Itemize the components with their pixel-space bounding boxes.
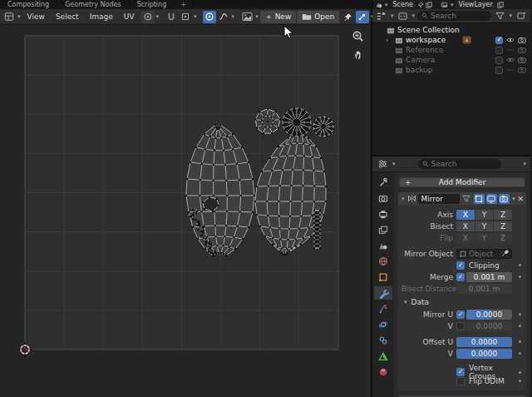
data-section-header[interactable]: ▾ Data xyxy=(403,298,525,306)
display-mode-button[interactable] xyxy=(375,10,388,22)
mirror-u-checkbox[interactable]: ✓ xyxy=(456,310,465,319)
pin-icon[interactable] xyxy=(417,2,424,8)
tab-render[interactable] xyxy=(374,191,392,205)
selectability-checkbox[interactable] xyxy=(495,47,503,54)
menu-view[interactable]: View xyxy=(22,12,50,21)
tab-scene[interactable] xyxy=(374,239,392,252)
offset-u-slider[interactable]: 0.0000 xyxy=(456,337,512,347)
tab-output[interactable] xyxy=(374,207,392,221)
clipping-checkbox[interactable]: ✓ xyxy=(456,261,465,270)
bisect-z-button[interactable]: Z xyxy=(494,221,512,231)
flip-y-button[interactable]: Y xyxy=(475,233,494,243)
open-image-button[interactable]: Open xyxy=(297,11,339,23)
outliner-row-camera[interactable]: Camera xyxy=(372,55,530,65)
axis-y-button[interactable]: Y xyxy=(475,210,494,220)
menu-uv[interactable]: UV xyxy=(119,12,140,21)
merge-value-field[interactable]: 0.001 m xyxy=(466,272,512,282)
collapse-chevron-icon[interactable]: ▾ xyxy=(401,196,406,202)
mirror-object-field[interactable]: Object xyxy=(456,249,512,259)
outliner-row-scene-collection[interactable]: Scene Collection xyxy=(372,25,530,35)
tab-object-data[interactable] xyxy=(374,350,392,363)
add-workspace-button[interactable]: + xyxy=(175,0,193,9)
axis-z-button[interactable]: Z xyxy=(494,210,512,220)
uv-viewport[interactable] xyxy=(0,25,371,397)
selectability-checkbox[interactable]: ✓ xyxy=(495,37,503,44)
chevron-down-icon[interactable]: ▾ xyxy=(155,13,160,20)
menu-image[interactable]: Image xyxy=(85,12,118,21)
gizmos-toggle-button[interactable] xyxy=(356,11,369,23)
outliner-row-reference[interactable]: Reference xyxy=(372,45,530,55)
tab-tool[interactable] xyxy=(374,176,392,189)
menu-select[interactable]: Select xyxy=(51,12,84,21)
modifier-name-field[interactable]: Mirror xyxy=(418,194,460,204)
outliner-row-workspace[interactable]: › workspace ✓ xyxy=(372,35,530,45)
snap-target-button[interactable] xyxy=(179,11,192,23)
editor-type-button[interactable] xyxy=(2,11,16,23)
filter-funnel-button[interactable] xyxy=(493,10,506,22)
image-icon[interactable] xyxy=(240,11,254,23)
pivot-point-button[interactable] xyxy=(141,11,155,23)
tab-modifiers[interactable] xyxy=(374,286,392,300)
tab-compositing[interactable]: Compositing xyxy=(0,0,57,9)
chevron-down-icon[interactable]: ▾ xyxy=(411,12,416,19)
scene-selector[interactable]: Scene xyxy=(391,1,416,8)
offset-v-slider[interactable]: 0.0000 xyxy=(456,349,512,359)
chevron-down-icon[interactable]: ▾ xyxy=(450,2,455,8)
expand-icon[interactable]: › xyxy=(386,37,392,44)
mirror-modifier-header[interactable]: ▾ Mirror xyxy=(398,192,526,205)
outliner-search[interactable]: Search xyxy=(417,11,491,21)
chevron-down-icon[interactable]: ▾ xyxy=(392,161,397,167)
tab-scripting[interactable]: Scripting xyxy=(130,0,175,9)
eye-icon[interactable] xyxy=(506,37,515,43)
show-on-cage-icon[interactable] xyxy=(474,194,485,204)
new-image-button[interactable]: ＋New xyxy=(260,11,297,23)
chevron-down-icon[interactable]: ▾ xyxy=(17,13,22,20)
new-collection-button[interactable] xyxy=(515,10,528,22)
chevron-down-icon[interactable]: ▾ xyxy=(231,13,236,20)
pin-image-button[interactable] xyxy=(341,11,354,23)
show-in-editmode-off-icon[interactable] xyxy=(461,194,472,204)
render-camera-icon[interactable] xyxy=(518,37,526,43)
merge-checkbox[interactable]: ✓ xyxy=(456,273,465,281)
eye-icon[interactable] xyxy=(506,47,515,53)
chevron-down-icon[interactable]: ▾ xyxy=(254,13,259,20)
copy-icon[interactable] xyxy=(497,2,504,8)
collection-filter-button[interactable] xyxy=(397,10,410,22)
selectability-checkbox[interactable] xyxy=(495,57,503,64)
falloff-curve-button[interactable] xyxy=(217,11,230,23)
vertex-groups-checkbox[interactable]: ✓ xyxy=(456,368,465,376)
tab-geometry-nodes[interactable]: Geometry Nodes xyxy=(57,0,129,9)
zoom-icon[interactable] xyxy=(352,30,364,42)
render-camera-icon[interactable] xyxy=(518,67,526,73)
chevron-down-icon[interactable]: ▾ xyxy=(384,2,389,8)
show-render-icon[interactable] xyxy=(499,194,510,204)
selectability-checkbox[interactable] xyxy=(495,67,503,74)
tab-view-layer[interactable] xyxy=(374,223,392,236)
render-camera-icon[interactable] xyxy=(518,47,526,53)
flip-udim-checkbox[interactable] xyxy=(456,377,465,385)
pan-hand-icon[interactable] xyxy=(352,49,364,61)
tab-object[interactable] xyxy=(374,270,392,284)
viewlayer-selector[interactable]: ViewLayer xyxy=(456,1,495,8)
eye-icon[interactable] xyxy=(506,67,515,73)
tab-physics[interactable] xyxy=(374,318,392,331)
properties-editor-type-button[interactable] xyxy=(376,158,389,171)
chevron-down-icon[interactable]: ▾ xyxy=(508,12,513,19)
mirror-v-checkbox[interactable] xyxy=(456,322,465,330)
bisect-y-button[interactable]: Y xyxy=(475,221,494,231)
close-icon[interactable]: ✕ xyxy=(517,195,524,203)
render-camera-icon[interactable] xyxy=(518,57,526,63)
snap-magnet-icon[interactable] xyxy=(165,11,178,23)
uv-canvas[interactable] xyxy=(0,25,371,397)
eyedropper-icon[interactable] xyxy=(501,250,509,257)
properties-search[interactable]: Search xyxy=(418,159,501,169)
bisect-x-button[interactable]: X xyxy=(456,221,475,231)
mirror-v-slider[interactable]: 0.0000 xyxy=(466,321,512,331)
mirror-u-slider[interactable]: 0.0000 xyxy=(466,310,512,320)
show-realtime-icon[interactable] xyxy=(486,194,497,204)
flip-x-button[interactable]: X xyxy=(456,233,475,243)
axis-x-button[interactable]: X xyxy=(456,210,475,220)
chevron-down-icon[interactable]: ▾ xyxy=(522,161,527,167)
bisect-distance-field[interactable]: 0.001 m xyxy=(456,284,512,294)
tab-material[interactable] xyxy=(374,365,392,379)
